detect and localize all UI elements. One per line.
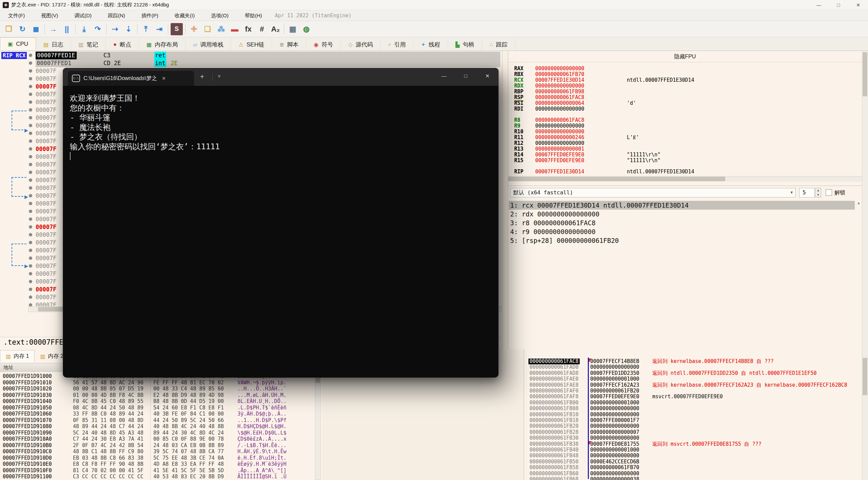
terminal-minimize-button[interactable]: — bbox=[433, 68, 455, 84]
terminal-tab-dropdown-icon[interactable]: ˅ bbox=[218, 74, 220, 79]
disasm-address[interactable]: 00007F bbox=[36, 278, 56, 286]
dump-row[interactable]: 00007FFED1D9101056 41 57 48 8D AC 24 90F… bbox=[0, 380, 312, 386]
tab-调用堆栈[interactable]: ▱调用堆栈 bbox=[186, 38, 231, 51]
stack-row[interactable]: 000000000061FAE00000000000001000 bbox=[527, 376, 860, 382]
dump-row[interactable]: 00007FFED1D910F081 C4 70 02 00 00 41 5F4… bbox=[0, 467, 312, 474]
menu-item-1[interactable]: 文件(F) bbox=[0, 13, 33, 19]
register-row[interactable]: RIP00007FFED1E30D14ntdll.00007FFED1E30D1… bbox=[508, 169, 862, 175]
register-row[interactable]: R90000000000000000 bbox=[508, 123, 862, 129]
disasm-address[interactable]: 00007F bbox=[36, 98, 56, 106]
menu-item-5[interactable]: 插件(P) bbox=[133, 13, 167, 19]
dump-row[interactable]: 00007FFED1D91040F0 4C 8B 45 C0 48 89 55B… bbox=[0, 398, 312, 404]
menu-item-4[interactable]: 跟踪(N) bbox=[100, 13, 133, 19]
dump-row[interactable]: 00007FFED1D910A0C7 44 24 30 E8 A3 7A 410… bbox=[0, 436, 312, 442]
stack-pane[interactable]: 000000000061FAC800007FFECF14B8EB返回到 kern… bbox=[527, 349, 862, 480]
dump-row[interactable]: 00007FFED1D91100C3 CC CC CC CC CC CC CC4… bbox=[0, 474, 312, 480]
disasm-address[interactable]: 00007F bbox=[36, 270, 56, 278]
settings-globe-icon[interactable]: ◍ bbox=[300, 23, 312, 35]
dump-row[interactable]: 00007FFED1D9103001 00 00 4D 8B F8 4C 8BE… bbox=[0, 392, 312, 398]
argument-row-5[interactable]: 5: [rsp+28] 000000000061FB20 bbox=[509, 236, 855, 245]
disasm-address[interactable]: 00007F bbox=[36, 145, 56, 153]
terminal-new-tab-button[interactable]: + bbox=[200, 73, 204, 81]
disasm-address[interactable]: 00007F bbox=[36, 169, 56, 176]
stop-icon[interactable]: ◼ bbox=[30, 23, 42, 35]
execute-till-return-icon[interactable]: ⤒ bbox=[140, 23, 152, 35]
comments-icon[interactable]: ❏ bbox=[201, 23, 214, 35]
dump-row[interactable]: 00007FFED1D9105008 4C 8D 44 24 50 48 895… bbox=[0, 405, 312, 411]
stack-row[interactable]: 000000000061FAF800007FFED0EFE9E0msvcrt.0… bbox=[527, 394, 860, 400]
disasm-address[interactable]: 00007F bbox=[36, 67, 56, 75]
stack-row[interactable]: 000000000061FB500000E462CCEECD6B bbox=[527, 459, 860, 465]
register-row[interactable]: R1400007FFED0EFE9E0"11111\r\n" bbox=[508, 152, 862, 158]
disasm-address[interactable]: 00007F bbox=[36, 106, 56, 114]
register-row[interactable]: RDX0000000000000000 bbox=[508, 83, 862, 89]
right-vscrollbar[interactable] bbox=[862, 51, 868, 480]
trace-over-icon[interactable]: ⇣ bbox=[122, 23, 135, 35]
stack-row[interactable]: 000000000061FB480000000000000000 bbox=[527, 453, 860, 459]
dump-row[interactable]: 00007FFED1D910C048 8B C1 48 8B FF C9 803… bbox=[0, 448, 312, 455]
tab-内存布局[interactable]: ▦内存布局 bbox=[139, 38, 186, 51]
tab-笔记[interactable]: ▥笔记 bbox=[71, 38, 106, 51]
arg-count-input[interactable]: 5 bbox=[799, 188, 815, 197]
registers-pane[interactable]: 隐藏FPU RAX0000000000000000RBX000000000061… bbox=[508, 51, 862, 186]
unlock-checkbox[interactable] bbox=[826, 189, 832, 196]
fx-icon[interactable]: fx bbox=[242, 23, 254, 35]
stack-row[interactable]: 000000000061FB280000000000000007 bbox=[527, 429, 860, 435]
register-row[interactable]: RDI0000000000000000 bbox=[508, 106, 862, 112]
tab-CPU[interactable]: ▣CPU bbox=[0, 37, 36, 51]
stack-row[interactable]: 000000000061FB200000000000000000 bbox=[527, 423, 860, 429]
az-icon[interactable]: A₂ bbox=[269, 23, 282, 35]
step-over-icon[interactable]: ↷ bbox=[92, 23, 104, 35]
tab-线程[interactable]: ✦线程 bbox=[413, 38, 448, 51]
tab-脚本[interactable]: ≣脚本 bbox=[272, 38, 306, 51]
register-row[interactable]: R1500007FFED0EFE9E0"11111\r\n" bbox=[508, 158, 862, 164]
disasm-address[interactable]: 00007F bbox=[36, 254, 56, 262]
disasm-address[interactable]: 00007F bbox=[36, 262, 56, 270]
disasm-address[interactable]: 00007F bbox=[36, 231, 56, 239]
register-row[interactable]: RBP000000000061FB98 bbox=[508, 89, 862, 95]
register-row[interactable]: R120000000000000000 bbox=[508, 140, 862, 146]
register-row[interactable]: R100000000000000000 bbox=[508, 129, 862, 135]
disasm-address[interactable]: 00007F bbox=[36, 161, 56, 169]
skip-exceptions-icon[interactable]: S bbox=[171, 23, 183, 35]
register-row[interactable]: RBX000000000061FB70 bbox=[508, 72, 862, 77]
args-scroll-up-icon[interactable]: ▲ bbox=[857, 201, 861, 205]
stack-row[interactable]: 000000000061FB600000000000000000 bbox=[527, 471, 860, 477]
run-to-user-code-icon[interactable]: ⇥ bbox=[153, 23, 166, 35]
trace-into-icon[interactable]: ⇢ bbox=[109, 23, 121, 35]
right-vscroll-thumb[interactable] bbox=[863, 52, 867, 96]
breakpoints-icon[interactable]: ▬ bbox=[229, 23, 241, 35]
argument-row-3[interactable]: 3: r8 000000000061FAC8 bbox=[509, 218, 855, 227]
stack-row[interactable]: 000000000061FAD00000000000000000 bbox=[527, 364, 860, 370]
stack-row[interactable]: 000000000061FB100000000000000000 bbox=[527, 412, 860, 418]
calculator-icon[interactable]: ▦ bbox=[287, 23, 299, 35]
stack-row[interactable]: 000000000061FB400000000000001000 bbox=[527, 447, 860, 453]
terminal-tab[interactable]: C:\ C:\Users\G16\Downloads\梦之 ✕ bbox=[68, 71, 194, 86]
calling-convention-select[interactable]: 默认 (x64 fastcall) ▼ bbox=[510, 188, 796, 197]
stack-row[interactable]: 000000000061FB680000000000000038 bbox=[527, 477, 860, 480]
terminal-title-bar[interactable]: C:\ C:\Users\G16\Downloads\梦之 ✕ + ˅ — □ … bbox=[63, 68, 498, 86]
right-vscroll-thumb-bottom[interactable] bbox=[863, 358, 867, 395]
patches-icon[interactable]: ✚ bbox=[188, 23, 200, 35]
tab-符号[interactable]: ◉符号 bbox=[306, 38, 341, 51]
disasm-address[interactable]: 00007F bbox=[36, 200, 56, 208]
disasm-address[interactable]: 00007F bbox=[36, 176, 56, 184]
stack-row[interactable]: 000000000061FAC800007FFECF14B8EB返回到 kern… bbox=[527, 359, 860, 364]
tab-SEH链[interactable]: ⚠SEH链 bbox=[231, 38, 272, 51]
disasm-address[interactable]: 00007F bbox=[36, 114, 56, 122]
register-row[interactable]: R110000000000000246L'Ɇ' bbox=[508, 135, 862, 140]
stack-row[interactable]: 000000000061FB000000000000001000 bbox=[527, 400, 860, 406]
dump-tab-1[interactable]: ▥ 内存 1 bbox=[0, 350, 35, 362]
run-icon[interactable]: → bbox=[47, 23, 59, 35]
dump-row[interactable]: 00007FFED1D910905C 24 40 48 8D 45 A3 488… bbox=[0, 430, 312, 436]
register-row[interactable]: RSI0000000000000064'd' bbox=[508, 100, 862, 106]
disasm-address[interactable]: 00007F bbox=[36, 293, 56, 301]
stack-row[interactable]: 000000000061FB080000000000000000 bbox=[527, 406, 860, 411]
disasm-address[interactable]: 00007F bbox=[36, 184, 56, 192]
disasm-address[interactable]: 00007F bbox=[36, 91, 56, 98]
terminal-tab-close-icon[interactable]: ✕ bbox=[162, 76, 166, 81]
registers-hscroll-thumb[interactable] bbox=[508, 177, 725, 181]
minimize-button[interactable]: — bbox=[809, 0, 829, 10]
argument-row-4[interactable]: 4: r9 0000000000000000 bbox=[509, 227, 855, 236]
stack-row[interactable]: 000000000061FAF0000000000061FB20 bbox=[527, 388, 860, 394]
